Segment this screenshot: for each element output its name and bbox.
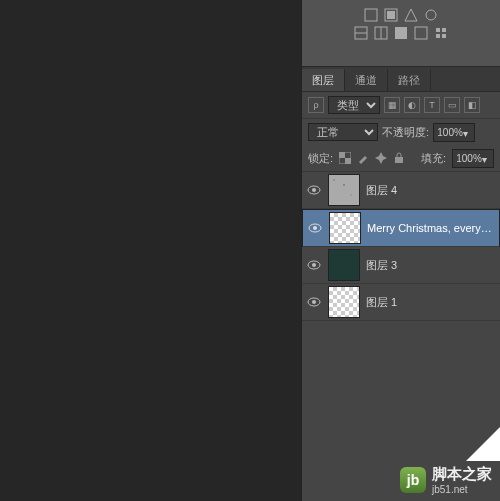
layer-name[interactable]: 图层 3 [366,258,496,273]
layer-row[interactable]: 图层 3 [302,247,500,284]
lock-position-icon[interactable] [375,152,387,164]
layer-name[interactable]: Merry Christmas, everyo… [367,222,495,234]
filter-shape-icon[interactable]: ▭ [444,97,460,113]
svg-rect-10 [415,27,427,39]
filter-pixel-icon[interactable]: ▦ [384,97,400,113]
panel-tabs: 图层 通道 路径 [302,67,500,92]
blend-row: 正常 不透明度: 100%▾ [302,119,500,145]
layer-thumbnail[interactable] [328,286,360,318]
lock-label: 锁定: [308,151,333,166]
layer-name[interactable]: 图层 1 [366,295,496,310]
visibility-icon[interactable] [306,294,322,310]
opt-icon[interactable] [404,8,418,22]
layers-list: 图层 4 Merry Christmas, everyo… 图层 3 图层 1 [302,172,500,321]
tab-paths[interactable]: 路径 [388,69,431,91]
layer-thumbnail[interactable] [328,174,360,206]
filter-type-select[interactable]: 类型 [328,96,380,114]
svg-point-24 [312,263,316,267]
svg-point-20 [312,188,316,192]
opt-icon[interactable] [354,26,368,40]
svg-rect-14 [442,34,446,38]
svg-rect-12 [442,28,446,32]
layer-thumbnail[interactable] [329,212,361,244]
watermark-brand: 脚本之家 [432,465,492,484]
svg-point-4 [426,10,436,20]
watermark: jb 脚本之家 jb51.net [400,465,492,495]
lock-paint-icon[interactable] [357,152,369,164]
visibility-icon[interactable] [306,182,322,198]
svg-point-26 [312,300,316,304]
layer-row[interactable]: 图层 4 [302,172,500,209]
filter-adjust-icon[interactable]: ◐ [404,97,420,113]
fill-label: 填充: [421,151,446,166]
tab-channels[interactable]: 通道 [345,69,388,91]
fill-value[interactable]: 100%▾ [452,149,494,168]
svg-rect-2 [387,11,395,19]
svg-rect-18 [395,157,403,163]
opt-icon[interactable] [374,26,388,40]
lock-transparency-icon[interactable] [339,152,351,164]
resize-corner-icon [466,427,500,461]
opt-icon[interactable] [394,26,408,40]
svg-marker-3 [405,9,417,21]
visibility-icon[interactable] [307,220,323,236]
options-bar [302,0,500,67]
blend-mode-select[interactable]: 正常 [308,123,378,141]
svg-rect-0 [365,9,377,21]
opt-icon[interactable] [424,8,438,22]
opt-icon[interactable] [414,26,428,40]
svg-rect-13 [436,34,440,38]
layer-filter-row: ρ 类型 ▦ ◐ T ▭ ◧ [302,92,500,119]
right-panel: 图层 通道 路径 ρ 类型 ▦ ◐ T ▭ ◧ 正常 不透明度: 100%▾ 锁… [301,0,500,501]
filter-type-icon[interactable]: T [424,97,440,113]
layer-row[interactable]: Merry Christmas, everyo… [302,209,500,247]
opacity-value[interactable]: 100%▾ [433,123,475,142]
svg-point-22 [313,226,317,230]
lock-all-icon[interactable] [393,152,405,164]
document-canvas[interactable] [0,0,302,501]
watermark-site: jb51.net [432,484,492,495]
visibility-icon[interactable] [306,257,322,273]
layer-thumbnail[interactable] [328,249,360,281]
tab-layers[interactable]: 图层 [302,69,345,91]
layer-row[interactable]: 图层 1 [302,284,500,321]
svg-rect-11 [436,28,440,32]
opacity-label: 不透明度: [382,125,429,140]
watermark-badge-icon: jb [400,467,426,493]
opt-icon[interactable] [384,8,398,22]
opt-icon[interactable] [364,8,378,22]
svg-rect-16 [339,152,345,158]
search-icon[interactable]: ρ [308,97,324,113]
lock-row: 锁定: 填充: 100%▾ [302,145,500,172]
svg-rect-17 [345,158,351,164]
opt-icon[interactable] [434,26,448,40]
svg-rect-9 [395,27,407,39]
layer-name[interactable]: 图层 4 [366,183,496,198]
filter-smart-icon[interactable]: ◧ [464,97,480,113]
